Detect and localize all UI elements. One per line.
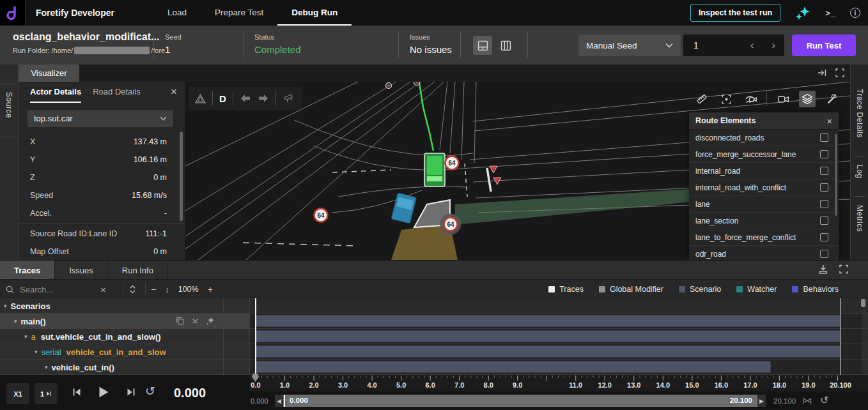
route-element-checkbox[interactable]: [820, 250, 828, 258]
collapse-right-icon[interactable]: [817, 68, 827, 78]
tab-metrics[interactable]: Metrics: [855, 205, 864, 232]
seed-input-stepper[interactable]: 1 ‹ ›: [683, 34, 784, 56]
timeline-bar[interactable]: [256, 345, 841, 358]
seed-next-button[interactable]: ›: [763, 39, 784, 52]
route-element-checkbox[interactable]: [820, 167, 828, 175]
other-vehicle[interactable]: [391, 193, 416, 224]
panel-scrollbar[interactable]: [180, 132, 183, 221]
search-input[interactable]: [20, 285, 95, 294]
run-test-button[interactable]: Run Test: [792, 34, 856, 56]
scroll-left-button[interactable]: ◀: [275, 395, 283, 407]
timeline-playhead[interactable]: [255, 298, 256, 375]
legend-behaviors[interactable]: Behaviors: [792, 285, 839, 294]
fullscreen-icon[interactable]: [839, 264, 849, 275]
tab-run-info[interactable]: Run Info: [108, 261, 168, 280]
viewer-3d[interactable]: 64 64 64 D: [185, 82, 850, 260]
close-icon[interactable]: ×: [826, 116, 832, 126]
info-icon[interactable]: i: [850, 8, 860, 18]
tab-source[interactable]: Source: [4, 92, 13, 118]
seed-prev-button[interactable]: ‹: [741, 39, 763, 52]
tab-traces[interactable]: Traces: [0, 261, 55, 280]
fullscreen-icon[interactable]: [835, 68, 845, 78]
reset-zoom-button[interactable]: ↺: [820, 394, 828, 406]
timeline-scrollbar[interactable]: 0.000 20.100: [283, 395, 757, 407]
tab-actor-details[interactable]: Actor Details: [30, 82, 81, 103]
step-size-button[interactable]: 1: [35, 383, 58, 404]
collapse-icon[interactable]: [191, 316, 199, 326]
replay-button[interactable]: ↺: [145, 384, 155, 399]
layout-horizontal-split-button[interactable]: [473, 36, 492, 55]
play-button[interactable]: [96, 385, 110, 399]
caret-down-icon[interactable]: ▾: [14, 318, 17, 324]
route-element-checkbox[interactable]: [820, 133, 828, 142]
legend-scenario[interactable]: Scenario: [679, 285, 721, 294]
seed-mode-dropdown[interactable]: Manual Seed: [578, 34, 681, 56]
nav-tab-prepare-test[interactable]: Prepare Test: [201, 0, 277, 26]
focus-target-button[interactable]: [718, 91, 734, 107]
inspect-test-run-button[interactable]: Inspect the test run: [690, 4, 780, 22]
skip-to-end-button[interactable]: [126, 387, 136, 397]
tab-log[interactable]: Log: [855, 165, 864, 179]
route-element-row[interactable]: disconnected_roads: [689, 130, 839, 146]
sparkles-icon[interactable]: [794, 5, 811, 20]
zoom-out-button[interactable]: −: [151, 284, 156, 294]
download-icon[interactable]: [818, 264, 828, 275]
route-element-checkbox[interactable]: [820, 200, 828, 208]
app-logo[interactable]: [0, 0, 26, 26]
route-element-checkbox[interactable]: [820, 216, 828, 225]
timeline-ruler[interactable]: 0.01.02.03.04.05.06.07.08.09.011.012.013…: [249, 375, 868, 391]
warning-icon[interactable]: [195, 93, 206, 104]
route-element-checkbox[interactable]: [820, 233, 828, 241]
scroll-right-button[interactable]: ▶: [757, 395, 766, 407]
legend-traces[interactable]: Traces: [548, 285, 584, 294]
close-icon[interactable]: ×: [171, 86, 177, 98]
speed-multiplier-button[interactable]: X1: [6, 383, 29, 404]
route-element-row[interactable]: lane: [689, 196, 839, 213]
tab-road-details[interactable]: Road Details: [93, 82, 140, 103]
arrow-right-icon[interactable]: [258, 94, 269, 103]
fit-range-button[interactable]: |><|: [803, 397, 811, 404]
tree-row-vehicle-cut-in-and-slow[interactable]: ▾serialvehicle_cut_in_and_slow: [0, 344, 249, 360]
arrow-left-icon[interactable]: [240, 94, 251, 103]
zoom-in-button[interactable]: +: [208, 284, 213, 294]
tree-row-scenarios[interactable]: ▾Scenarios: [0, 298, 249, 314]
caret-down-icon[interactable]: ▾: [35, 349, 38, 355]
panel-scrollbar[interactable]: [835, 134, 837, 216]
terminal-icon[interactable]: >_: [825, 8, 836, 18]
timeline-bar[interactable]: [256, 315, 841, 327]
timeline-bar[interactable]: [256, 330, 841, 342]
settings-wrench-button[interactable]: [823, 91, 840, 107]
route-element-row[interactable]: lane_to_force_merge_conflict: [689, 229, 839, 246]
pin-icon[interactable]: [206, 316, 215, 326]
tab-visualizer[interactable]: Visualizer: [19, 65, 79, 82]
measure-ruler-button[interactable]: [694, 91, 710, 107]
tree-row-main-[interactable]: ▾main(): [0, 314, 249, 329]
vertical-fit-icon[interactable]: ↕: [165, 285, 169, 294]
drive-mode-button[interactable]: D: [219, 93, 226, 104]
camera-view-button[interactable]: [775, 91, 791, 107]
orbit-camera-button[interactable]: [742, 91, 759, 107]
route-element-checkbox[interactable]: [820, 150, 828, 158]
layout-vertical-split-button[interactable]: [496, 36, 515, 55]
layers-button[interactable]: [799, 91, 816, 107]
route-element-row[interactable]: internal_road_with_conflict: [689, 179, 839, 196]
caret-down-icon[interactable]: ▾: [45, 364, 48, 370]
tab-issues[interactable]: Issues: [55, 261, 108, 280]
route-element-row[interactable]: odr_road: [689, 246, 839, 260]
route-element-row[interactable]: force_merge_successor_lane: [689, 146, 839, 163]
nav-tab-debug-run[interactable]: Debug Run: [277, 0, 352, 26]
expand-collapse-all-button[interactable]: [128, 284, 137, 294]
copy-icon[interactable]: [175, 316, 185, 326]
clear-search-icon[interactable]: ×: [100, 284, 106, 295]
legend-global-modifier[interactable]: Global Modifier: [599, 285, 663, 294]
actor-selector-dropdown[interactable]: top.sut.car: [27, 110, 173, 127]
rows-scrollbar[interactable]: [861, 299, 865, 307]
tab-trace-details[interactable]: Trace Details: [855, 89, 864, 138]
route-element-row[interactable]: lane_section: [689, 213, 839, 229]
caret-down-icon[interactable]: ▾: [24, 333, 27, 340]
tree-row-vehicle-cut-in-[interactable]: ▾vehicle_cut_in(): [0, 360, 249, 375]
legend-watcher[interactable]: Watcher: [736, 285, 777, 294]
pedal-icon[interactable]: [283, 93, 295, 104]
ego-vehicle[interactable]: [424, 153, 445, 186]
tree-row-sut-vehicle-cut-in-and-slow-[interactable]: ▾asut.vehicle_cut_in_and_slow(): [0, 329, 249, 344]
